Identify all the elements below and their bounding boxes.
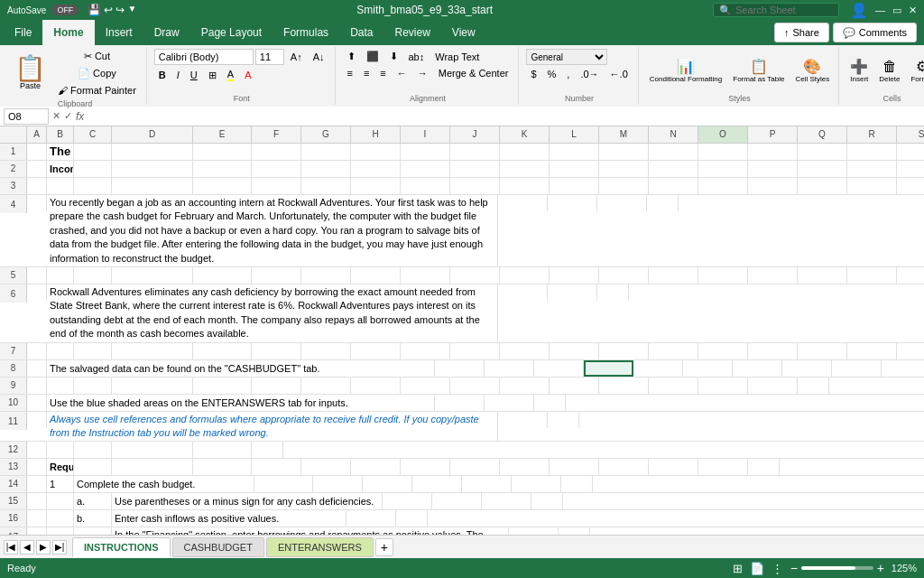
cell-O9[interactable] [698,378,748,394]
cell-A15[interactable] [27,493,47,509]
cell-A13[interactable] [27,459,47,475]
cell-C7[interactable] [74,343,112,359]
cell-O6[interactable] [498,284,548,301]
cell-O3[interactable] [698,178,748,194]
dec-inc-button[interactable]: .0→ [576,67,603,81]
indent-inc-button[interactable]: → [413,66,432,80]
cell-O8[interactable] [584,360,633,377]
row-17-num[interactable]: 17 [0,527,27,535]
cell-A14[interactable] [27,476,47,492]
cell-V15[interactable] [531,493,563,509]
cell-J7[interactable] [450,343,500,359]
cell-G3[interactable] [301,178,351,194]
cell-B9[interactable] [47,378,74,394]
cell-R2[interactable] [847,161,897,177]
cell-H5[interactable] [351,267,401,284]
fill-color-button[interactable]: A [223,67,238,83]
cell-C16[interactable]: b. [74,510,112,527]
col-header-K[interactable]: K [500,126,550,143]
cell-P8[interactable] [633,360,683,377]
cell-E3[interactable] [193,178,252,194]
cell-S3[interactable] [897,178,924,194]
tab-file[interactable]: File [4,20,42,45]
cell-A7[interactable] [27,343,47,359]
cell-H3[interactable] [351,178,401,194]
cell-S1[interactable] [897,144,924,160]
orientation-button[interactable]: ab↕ [404,49,430,64]
col-header-B[interactable]: B [47,126,74,143]
cell-A3[interactable] [27,178,47,194]
cell-G2[interactable] [301,161,351,177]
tab-formulas[interactable]: Formulas [273,20,339,45]
cell-D15-merged[interactable]: Use parentheses or a minus sign for any … [112,493,383,509]
col-header-N[interactable]: N [649,126,698,143]
cell-H13[interactable] [351,459,401,475]
cell-O15[interactable] [482,493,531,509]
cell-R7[interactable] [847,343,897,359]
tab-insert[interactable]: Insert [95,20,143,45]
cell-E5[interactable] [193,267,252,284]
cell-P5[interactable] [748,267,798,284]
cell-K1[interactable] [500,144,550,160]
share-button[interactable]: ↑ Share [774,23,829,42]
decrease-font-button[interactable]: A↓ [309,50,329,64]
cell-L9[interactable] [550,378,599,394]
cell-N5[interactable] [649,267,698,284]
cell-O17[interactable] [509,527,559,535]
grid-wrapper[interactable]: 1 The Master Budget [0,144,924,535]
cell-C3[interactable] [74,178,112,194]
sheet-nav-last[interactable]: ▶| [52,540,67,555]
cell-K7[interactable] [500,343,550,359]
save-icon[interactable]: 💾 [88,4,101,16]
cell-N13[interactable] [649,459,698,475]
cell-I3[interactable] [401,178,450,194]
cell-R1[interactable] [847,144,897,160]
row-11-num[interactable]: 11 [0,412,27,430]
cell-K3[interactable] [500,178,550,194]
cell-U8[interactable] [882,360,924,377]
cell-N9[interactable] [649,378,698,394]
close-icon[interactable]: ✕ [909,5,917,16]
font-name-input[interactable] [154,49,254,65]
cell-V10[interactable] [534,395,566,411]
cell-J5[interactable] [450,267,500,284]
cell-B2[interactable]: Incomplete cash budget [47,161,74,177]
cell-A10[interactable] [27,395,47,411]
cell-B17[interactable] [47,527,74,535]
tab-review[interactable]: Review [383,20,440,45]
cell-D3[interactable] [112,178,193,194]
cell-reference-box[interactable] [4,108,49,125]
cell-E12[interactable] [193,442,252,458]
cell-D9[interactable] [112,378,193,394]
cell-D16-merged[interactable]: Enter cash inflows as positive values. [112,510,346,527]
align-middle-button[interactable]: ⬛ [362,49,383,64]
format-as-table-button[interactable]: 📋 Format as Table [729,56,788,85]
cell-A2[interactable] [27,161,47,177]
cell-E1[interactable] [193,144,252,160]
col-header-M[interactable]: M [599,126,649,143]
col-header-A[interactable]: A [27,126,47,143]
col-header-O[interactable]: O [698,126,748,143]
cell-K2[interactable] [500,161,550,177]
cell-B10-merged[interactable]: Use the blue shaded areas on the ENTERAN… [47,395,435,411]
cell-C2[interactable] [74,161,112,177]
cell-B5[interactable] [47,267,74,284]
format-cells-button[interactable]: ⚙ Format [907,56,924,85]
cell-G13[interactable] [301,459,351,475]
copy-button[interactable]: 📄 Copy [53,66,141,81]
cell-L5[interactable] [550,267,599,284]
cell-J3[interactable] [450,178,500,194]
cell-D1[interactable] [112,144,193,160]
cell-F5[interactable] [252,267,301,284]
cell-D5[interactable] [112,267,193,284]
cell-H15[interactable] [383,493,432,509]
cell-G5[interactable] [301,267,351,284]
cell-E14[interactable] [254,476,313,492]
cell-S2[interactable] [897,161,924,177]
cell-K9[interactable] [500,378,550,394]
cell-I14[interactable] [462,476,512,492]
border-button[interactable]: ⊞ [204,68,221,83]
sheet-nav-prev[interactable]: ◀ [20,540,34,555]
cell-L2[interactable] [550,161,599,177]
cell-F9[interactable] [252,378,301,394]
